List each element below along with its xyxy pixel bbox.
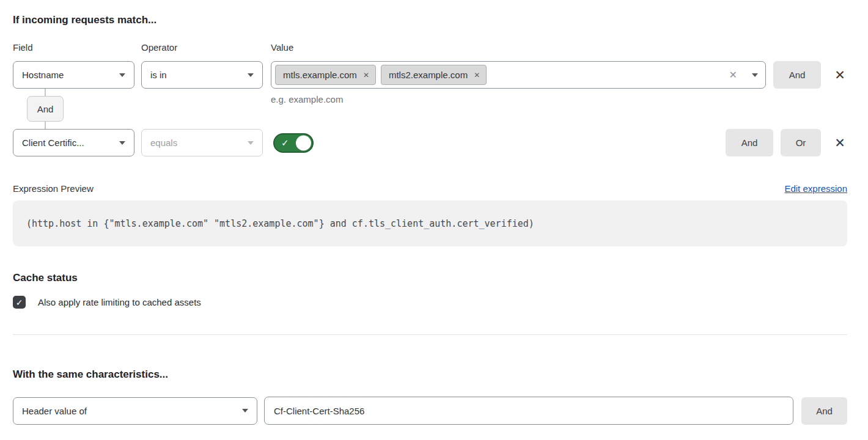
condition-row-1: Hostname is in mtls.example.com ✕ mtls2.… xyxy=(13,61,847,89)
characteristic-row: Header value of And xyxy=(13,397,847,425)
add-and-condition-button[interactable]: And xyxy=(773,61,821,89)
cached-assets-row: ✓ Also apply rate limiting to cached ass… xyxy=(13,296,847,309)
field-select-1-value: Hostname xyxy=(22,70,114,80)
value-column-label: Value xyxy=(271,42,847,53)
add-or-condition-button[interactable]: Or xyxy=(781,129,821,156)
cache-status-title: Cache status xyxy=(13,271,847,284)
condition-row-2: Client Certific... equals ✓ And Or ✕ xyxy=(13,129,847,156)
cached-assets-checkbox-label: Also apply rate limiting to cached asset… xyxy=(38,297,201,307)
check-icon: ✓ xyxy=(16,298,23,307)
remove-tag-icon[interactable]: ✕ xyxy=(474,71,480,79)
value-tag-text: mtls.example.com xyxy=(283,70,357,80)
add-characteristic-and-button[interactable]: And xyxy=(801,397,847,425)
field-select-2-value: Client Certific... xyxy=(22,138,114,148)
header-name-input[interactable] xyxy=(264,397,793,425)
operator-column-label: Operator xyxy=(141,42,271,53)
connector-line xyxy=(45,122,46,129)
chevron-down-icon xyxy=(119,73,125,77)
characteristic-select[interactable]: Header value of xyxy=(13,397,257,425)
cache-status-section: Cache status ✓ Also apply rate limiting … xyxy=(13,271,847,309)
rate-limiting-rule-builder: If incoming requests match... Field Oper… xyxy=(13,13,847,425)
remove-condition-icon[interactable]: ✕ xyxy=(833,61,847,89)
cached-assets-checkbox[interactable]: ✓ xyxy=(13,296,26,309)
chevron-down-icon xyxy=(119,141,125,145)
expression-preview-label: Expression Preview xyxy=(13,183,94,194)
connector-line xyxy=(45,89,46,96)
value-multiselect[interactable]: mtls.example.com ✕ mtls2.example.com ✕ ✕ xyxy=(271,61,766,89)
operator-select-2: equals xyxy=(141,129,263,156)
chevron-down-icon[interactable] xyxy=(752,73,758,77)
chevron-down-icon xyxy=(242,409,248,413)
field-select-2[interactable]: Client Certific... xyxy=(13,129,134,156)
remove-tag-icon[interactable]: ✕ xyxy=(363,71,369,79)
remove-condition-icon[interactable]: ✕ xyxy=(833,129,847,156)
field-select-1[interactable]: Hostname xyxy=(13,61,134,89)
field-column-label: Field xyxy=(13,42,141,53)
operator-select-1[interactable]: is in xyxy=(141,61,263,89)
expression-preview-section: Expression Preview Edit expression (http… xyxy=(13,183,847,246)
condition-connector: And e.g. example.com xyxy=(13,89,847,129)
add-and-condition-button-2[interactable]: And xyxy=(726,129,773,156)
check-icon: ✓ xyxy=(281,137,289,148)
row-2-actions: And Or ✕ xyxy=(726,129,847,156)
chevron-down-icon xyxy=(248,141,254,145)
characteristics-title: With the same characteristics... xyxy=(13,368,847,381)
match-section-title: If incoming requests match... xyxy=(13,13,847,26)
edit-expression-link[interactable]: Edit expression xyxy=(784,183,847,194)
expression-preview-header: Expression Preview Edit expression xyxy=(13,183,847,194)
characteristics-section: With the same characteristics... Header … xyxy=(13,368,847,425)
clear-values-icon[interactable]: ✕ xyxy=(729,69,737,81)
match-section: If incoming requests match... Field Oper… xyxy=(13,13,847,156)
operator-select-2-placeholder: equals xyxy=(150,138,243,148)
expression-code: (http.host in {"mtls.example.com" "mtls2… xyxy=(13,200,847,246)
toggle-knob xyxy=(296,135,311,150)
value-tag: mtls2.example.com ✕ xyxy=(381,65,487,85)
boolean-value-toggle[interactable]: ✓ xyxy=(273,133,314,153)
value-helper-text: e.g. example.com xyxy=(271,94,343,105)
value-tag-text: mtls2.example.com xyxy=(389,70,468,80)
section-divider xyxy=(13,334,847,335)
characteristic-select-value: Header value of xyxy=(22,406,237,416)
connector-and-button[interactable]: And xyxy=(27,96,64,122)
value-tag: mtls.example.com ✕ xyxy=(275,65,376,85)
operator-select-1-value: is in xyxy=(150,70,243,80)
chevron-down-icon xyxy=(248,73,254,77)
column-labels: Field Operator Value xyxy=(13,42,847,53)
